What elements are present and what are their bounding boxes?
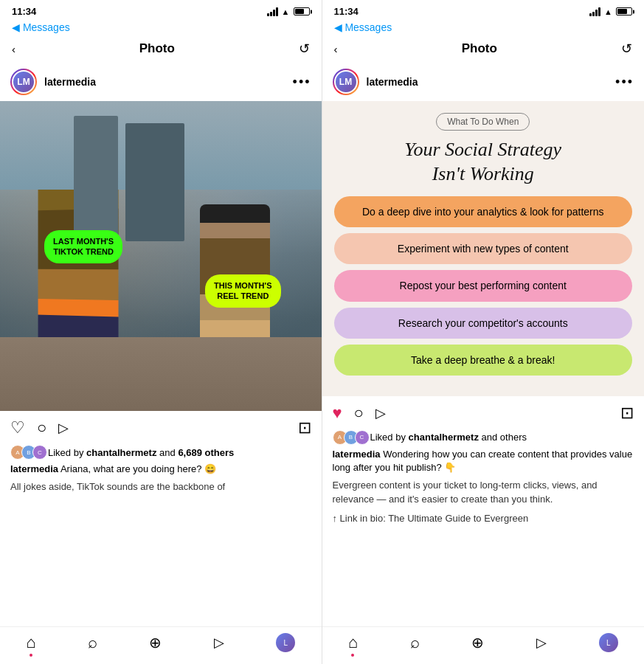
- nav-title-right: Photo: [462, 41, 497, 56]
- bookmark-button-right[interactable]: ⊡: [620, 404, 634, 423]
- share-button-left[interactable]: ▷: [58, 420, 69, 436]
- like-avatar-3: C: [32, 445, 47, 460]
- home-dot-left: [30, 654, 32, 657]
- refresh-icon-right[interactable]: ↺: [621, 41, 632, 57]
- avatar-inner-left: LM: [12, 70, 35, 94]
- nav-title-left: Photo: [139, 41, 175, 56]
- messages-link-right[interactable]: ◀ Messages: [322, 20, 645, 36]
- nav-bar-right: ‹ Photo ↺: [322, 36, 645, 63]
- search-icon-left[interactable]: ⌕: [88, 633, 97, 652]
- account-row-left: LM latermedia •••: [0, 63, 322, 101]
- caption-left: latermedia Ariana, what are you doing he…: [0, 463, 322, 479]
- back-button-right[interactable]: ‹: [334, 43, 338, 55]
- nav-bar-left: ‹ Photo ↺: [0, 36, 322, 63]
- reel-label-line2: REEL TREND: [217, 291, 269, 300]
- tiktok-label-line1: LAST MONTH'S: [53, 237, 114, 246]
- tip-pill-2: Experiment with new types of content: [334, 233, 633, 264]
- time-left: 11:34: [12, 6, 36, 17]
- account-name-left: latermedia: [44, 76, 96, 88]
- battery-icon-right: [616, 7, 632, 15]
- like-avatars-right: A B C: [333, 430, 366, 445]
- bookmark-button-left[interactable]: ⊡: [298, 418, 311, 438]
- likes-text-right: Liked by chantalhermetz and others: [370, 432, 527, 443]
- avatar-inner-right: LM: [334, 70, 358, 94]
- likes-row-left: A B C Liked by chantalhermetz and 6,689 …: [0, 445, 322, 463]
- wifi-icon-right: ▲: [604, 7, 612, 16]
- account-info-right[interactable]: LM latermedia: [333, 69, 418, 95]
- tip-pill-3: Repost your best performing content: [334, 270, 633, 301]
- caption-body-right-1: Evergreen content is your ticket to long…: [322, 477, 645, 510]
- tip-pill-5: Take a deep breathe & a break!: [334, 345, 633, 376]
- avatar-left: LM: [10, 69, 37, 95]
- likes-text-left: Liked by chantalhermetz and 6,689 others: [48, 447, 234, 458]
- reel-label-line1: THIS MONTH'S: [214, 281, 271, 290]
- main-title: Your Social Strategy Isn't Working: [404, 138, 561, 186]
- profile-icon-right[interactable]: L: [599, 633, 618, 652]
- avatar-right: LM: [333, 69, 359, 95]
- street-ground: [0, 337, 322, 411]
- tip-pill-4: Research your competitor's accounts: [334, 308, 633, 339]
- likes-row-right: A B C Liked by chantalhermetz and others: [322, 430, 645, 448]
- reels-icon-right[interactable]: ▷: [536, 634, 547, 651]
- battery-icon: [294, 7, 310, 15]
- tiktok-label: LAST MONTH'S TIKTOK TREND: [44, 230, 122, 263]
- home-icon-right[interactable]: ⌂: [348, 633, 358, 652]
- right-phone: 11:34 ▲ ◀ Messages ‹ Photo ↺ LM: [322, 0, 645, 664]
- caption-body-right-2: ↑ Link in bio: The Ultimate Guide to Eve…: [322, 511, 645, 530]
- account-info-left[interactable]: LM latermedia: [10, 69, 96, 95]
- signal-icon-right: [589, 7, 600, 16]
- caption-right: latermedia Wondering how you can create …: [322, 448, 645, 477]
- tip-pill-1: Do a deep dive into your analytics & loo…: [334, 196, 633, 227]
- account-row-right: LM latermedia •••: [322, 63, 645, 101]
- share-button-right[interactable]: ▷: [375, 405, 386, 421]
- refresh-icon-left[interactable]: ↺: [299, 41, 310, 57]
- bottom-nav-right: ⌂ ⌕ ⊕ ▷ L: [322, 626, 645, 664]
- wifi-icon: ▲: [282, 7, 290, 16]
- status-icons-left: ▲: [267, 7, 310, 16]
- add-icon-right[interactable]: ⊕: [471, 634, 484, 651]
- action-icons-right: ♥ ○ ▷: [333, 404, 386, 423]
- chevron-left-icon-right: ‹: [334, 43, 338, 55]
- bottom-nav-left: ⌂ ⌕ ⊕ ▷ L: [0, 626, 322, 664]
- profile-icon-left[interactable]: L: [276, 633, 295, 652]
- action-bar-left: ♡ ○ ▷ ⊡: [0, 411, 322, 445]
- street-photo: LAST MONTH'S TIKTOK TREND THIS MONTH'S R…: [0, 101, 322, 411]
- comment-button-left[interactable]: ○: [37, 418, 46, 438]
- account-name-right: latermedia: [367, 76, 418, 88]
- messages-link-left[interactable]: ◀ Messages: [0, 20, 322, 36]
- status-icons-right: ▲: [589, 7, 632, 16]
- status-bar-right: 11:34 ▲: [322, 0, 645, 20]
- reels-icon-left[interactable]: ▷: [214, 634, 224, 651]
- post-image-left: LAST MONTH'S TIKTOK TREND THIS MONTH'S R…: [0, 101, 322, 411]
- like-button-right[interactable]: ♥: [333, 404, 342, 423]
- caption-body-left: All jokes aside, TikTok sounds are the b…: [0, 479, 322, 498]
- signal-icon: [267, 7, 278, 16]
- info-card: What To Do When Your Social Strategy Isn…: [322, 101, 645, 396]
- building-2: [125, 123, 184, 241]
- comment-button-right[interactable]: ○: [354, 404, 364, 423]
- action-bar-right: ♥ ○ ▷ ⊡: [322, 396, 645, 430]
- status-bar-left: 11:34 ▲: [0, 0, 322, 20]
- time-right: 11:34: [334, 6, 359, 17]
- left-phone: 11:34 ▲ ◀ Messages ‹ Photo ↺ LM: [0, 0, 322, 664]
- more-options-right[interactable]: •••: [615, 75, 634, 90]
- home-icon-left[interactable]: ⌂: [26, 633, 35, 652]
- reel-label: THIS MONTH'S REEL TREND: [205, 274, 280, 308]
- add-icon-left[interactable]: ⊕: [149, 634, 162, 651]
- chevron-left-icon: ‹: [12, 43, 15, 55]
- building-1: [74, 116, 118, 249]
- like-avatars-left: A B C: [10, 445, 44, 460]
- what-to-do-badge: What To Do When: [436, 113, 530, 131]
- action-icons-left: ♡ ○ ▷: [10, 418, 69, 438]
- home-dot-right: [351, 654, 354, 657]
- search-icon-right[interactable]: ⌕: [410, 633, 420, 652]
- tiktok-label-line2: TIKTOK TREND: [53, 247, 114, 256]
- more-options-left[interactable]: •••: [293, 75, 311, 90]
- like-button-left[interactable]: ♡: [10, 418, 25, 438]
- back-button-left[interactable]: ‹: [12, 43, 15, 55]
- like-avatar-r3: C: [355, 430, 370, 445]
